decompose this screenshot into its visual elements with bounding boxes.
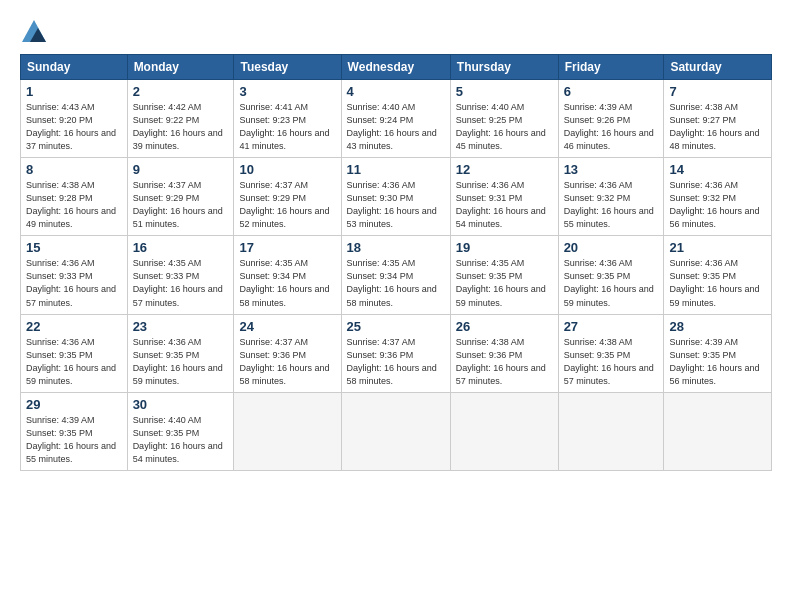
calendar-header-wednesday: Wednesday bbox=[341, 55, 450, 80]
day-info: Sunrise: 4:40 AMSunset: 9:24 PMDaylight:… bbox=[347, 101, 445, 153]
calendar-week-row: 1Sunrise: 4:43 AMSunset: 9:20 PMDaylight… bbox=[21, 80, 772, 158]
calendar-cell: 17Sunrise: 4:35 AMSunset: 9:34 PMDayligh… bbox=[234, 236, 341, 314]
calendar-cell: 11Sunrise: 4:36 AMSunset: 9:30 PMDayligh… bbox=[341, 158, 450, 236]
day-info: Sunrise: 4:38 AMSunset: 9:27 PMDaylight:… bbox=[669, 101, 766, 153]
calendar-cell: 25Sunrise: 4:37 AMSunset: 9:36 PMDayligh… bbox=[341, 314, 450, 392]
calendar-week-row: 15Sunrise: 4:36 AMSunset: 9:33 PMDayligh… bbox=[21, 236, 772, 314]
calendar-cell: 24Sunrise: 4:37 AMSunset: 9:36 PMDayligh… bbox=[234, 314, 341, 392]
calendar-cell: 27Sunrise: 4:38 AMSunset: 9:35 PMDayligh… bbox=[558, 314, 664, 392]
calendar-cell: 10Sunrise: 4:37 AMSunset: 9:29 PMDayligh… bbox=[234, 158, 341, 236]
day-info: Sunrise: 4:36 AMSunset: 9:35 PMDaylight:… bbox=[669, 257, 766, 309]
day-info: Sunrise: 4:36 AMSunset: 9:30 PMDaylight:… bbox=[347, 179, 445, 231]
day-info: Sunrise: 4:36 AMSunset: 9:32 PMDaylight:… bbox=[564, 179, 659, 231]
day-info: Sunrise: 4:36 AMSunset: 9:35 PMDaylight:… bbox=[564, 257, 659, 309]
day-number: 17 bbox=[239, 240, 335, 255]
day-number: 27 bbox=[564, 319, 659, 334]
day-info: Sunrise: 4:35 AMSunset: 9:33 PMDaylight:… bbox=[133, 257, 229, 309]
day-info: Sunrise: 4:38 AMSunset: 9:36 PMDaylight:… bbox=[456, 336, 553, 388]
calendar-cell: 8Sunrise: 4:38 AMSunset: 9:28 PMDaylight… bbox=[21, 158, 128, 236]
day-number: 14 bbox=[669, 162, 766, 177]
calendar-header-friday: Friday bbox=[558, 55, 664, 80]
calendar-cell: 13Sunrise: 4:36 AMSunset: 9:32 PMDayligh… bbox=[558, 158, 664, 236]
day-info: Sunrise: 4:39 AMSunset: 9:35 PMDaylight:… bbox=[669, 336, 766, 388]
calendar-cell: 29Sunrise: 4:39 AMSunset: 9:35 PMDayligh… bbox=[21, 392, 128, 470]
day-info: Sunrise: 4:36 AMSunset: 9:31 PMDaylight:… bbox=[456, 179, 553, 231]
day-info: Sunrise: 4:35 AMSunset: 9:34 PMDaylight:… bbox=[239, 257, 335, 309]
day-info: Sunrise: 4:35 AMSunset: 9:35 PMDaylight:… bbox=[456, 257, 553, 309]
day-info: Sunrise: 4:39 AMSunset: 9:26 PMDaylight:… bbox=[564, 101, 659, 153]
day-number: 23 bbox=[133, 319, 229, 334]
calendar-table: SundayMondayTuesdayWednesdayThursdayFrid… bbox=[20, 54, 772, 471]
day-number: 6 bbox=[564, 84, 659, 99]
calendar-header-monday: Monday bbox=[127, 55, 234, 80]
calendar-cell: 23Sunrise: 4:36 AMSunset: 9:35 PMDayligh… bbox=[127, 314, 234, 392]
day-number: 9 bbox=[133, 162, 229, 177]
day-info: Sunrise: 4:37 AMSunset: 9:29 PMDaylight:… bbox=[239, 179, 335, 231]
day-number: 24 bbox=[239, 319, 335, 334]
calendar-cell: 2Sunrise: 4:42 AMSunset: 9:22 PMDaylight… bbox=[127, 80, 234, 158]
day-info: Sunrise: 4:37 AMSunset: 9:36 PMDaylight:… bbox=[239, 336, 335, 388]
calendar-cell: 7Sunrise: 4:38 AMSunset: 9:27 PMDaylight… bbox=[664, 80, 772, 158]
day-info: Sunrise: 4:36 AMSunset: 9:32 PMDaylight:… bbox=[669, 179, 766, 231]
day-info: Sunrise: 4:35 AMSunset: 9:34 PMDaylight:… bbox=[347, 257, 445, 309]
day-number: 25 bbox=[347, 319, 445, 334]
logo-icon bbox=[20, 18, 48, 46]
calendar-week-row: 8Sunrise: 4:38 AMSunset: 9:28 PMDaylight… bbox=[21, 158, 772, 236]
day-number: 2 bbox=[133, 84, 229, 99]
day-number: 22 bbox=[26, 319, 122, 334]
calendar-cell: 4Sunrise: 4:40 AMSunset: 9:24 PMDaylight… bbox=[341, 80, 450, 158]
calendar-cell: 3Sunrise: 4:41 AMSunset: 9:23 PMDaylight… bbox=[234, 80, 341, 158]
day-info: Sunrise: 4:39 AMSunset: 9:35 PMDaylight:… bbox=[26, 414, 122, 466]
calendar-cell bbox=[664, 392, 772, 470]
calendar-week-row: 29Sunrise: 4:39 AMSunset: 9:35 PMDayligh… bbox=[21, 392, 772, 470]
calendar-cell: 26Sunrise: 4:38 AMSunset: 9:36 PMDayligh… bbox=[450, 314, 558, 392]
calendar-cell: 12Sunrise: 4:36 AMSunset: 9:31 PMDayligh… bbox=[450, 158, 558, 236]
day-info: Sunrise: 4:36 AMSunset: 9:35 PMDaylight:… bbox=[26, 336, 122, 388]
day-number: 8 bbox=[26, 162, 122, 177]
day-number: 15 bbox=[26, 240, 122, 255]
day-number: 29 bbox=[26, 397, 122, 412]
calendar-cell: 5Sunrise: 4:40 AMSunset: 9:25 PMDaylight… bbox=[450, 80, 558, 158]
day-info: Sunrise: 4:40 AMSunset: 9:35 PMDaylight:… bbox=[133, 414, 229, 466]
day-number: 26 bbox=[456, 319, 553, 334]
day-info: Sunrise: 4:37 AMSunset: 9:36 PMDaylight:… bbox=[347, 336, 445, 388]
calendar-header-thursday: Thursday bbox=[450, 55, 558, 80]
day-info: Sunrise: 4:37 AMSunset: 9:29 PMDaylight:… bbox=[133, 179, 229, 231]
day-number: 28 bbox=[669, 319, 766, 334]
calendar-cell: 20Sunrise: 4:36 AMSunset: 9:35 PMDayligh… bbox=[558, 236, 664, 314]
day-number: 7 bbox=[669, 84, 766, 99]
day-info: Sunrise: 4:38 AMSunset: 9:35 PMDaylight:… bbox=[564, 336, 659, 388]
day-info: Sunrise: 4:36 AMSunset: 9:35 PMDaylight:… bbox=[133, 336, 229, 388]
day-number: 3 bbox=[239, 84, 335, 99]
calendar-cell: 1Sunrise: 4:43 AMSunset: 9:20 PMDaylight… bbox=[21, 80, 128, 158]
calendar-cell: 14Sunrise: 4:36 AMSunset: 9:32 PMDayligh… bbox=[664, 158, 772, 236]
day-number: 1 bbox=[26, 84, 122, 99]
calendar-week-row: 22Sunrise: 4:36 AMSunset: 9:35 PMDayligh… bbox=[21, 314, 772, 392]
day-info: Sunrise: 4:40 AMSunset: 9:25 PMDaylight:… bbox=[456, 101, 553, 153]
calendar-cell: 30Sunrise: 4:40 AMSunset: 9:35 PMDayligh… bbox=[127, 392, 234, 470]
calendar-header-tuesday: Tuesday bbox=[234, 55, 341, 80]
day-info: Sunrise: 4:38 AMSunset: 9:28 PMDaylight:… bbox=[26, 179, 122, 231]
calendar-cell: 21Sunrise: 4:36 AMSunset: 9:35 PMDayligh… bbox=[664, 236, 772, 314]
day-number: 20 bbox=[564, 240, 659, 255]
calendar-cell: 9Sunrise: 4:37 AMSunset: 9:29 PMDaylight… bbox=[127, 158, 234, 236]
day-info: Sunrise: 4:36 AMSunset: 9:33 PMDaylight:… bbox=[26, 257, 122, 309]
logo bbox=[20, 18, 50, 46]
day-number: 19 bbox=[456, 240, 553, 255]
calendar-cell: 15Sunrise: 4:36 AMSunset: 9:33 PMDayligh… bbox=[21, 236, 128, 314]
day-number: 4 bbox=[347, 84, 445, 99]
calendar-cell bbox=[450, 392, 558, 470]
day-info: Sunrise: 4:41 AMSunset: 9:23 PMDaylight:… bbox=[239, 101, 335, 153]
calendar-cell: 16Sunrise: 4:35 AMSunset: 9:33 PMDayligh… bbox=[127, 236, 234, 314]
day-number: 12 bbox=[456, 162, 553, 177]
day-number: 10 bbox=[239, 162, 335, 177]
calendar-cell bbox=[341, 392, 450, 470]
calendar-cell bbox=[558, 392, 664, 470]
day-info: Sunrise: 4:42 AMSunset: 9:22 PMDaylight:… bbox=[133, 101, 229, 153]
calendar-cell: 18Sunrise: 4:35 AMSunset: 9:34 PMDayligh… bbox=[341, 236, 450, 314]
day-number: 11 bbox=[347, 162, 445, 177]
day-number: 16 bbox=[133, 240, 229, 255]
day-number: 21 bbox=[669, 240, 766, 255]
day-number: 13 bbox=[564, 162, 659, 177]
calendar-cell: 19Sunrise: 4:35 AMSunset: 9:35 PMDayligh… bbox=[450, 236, 558, 314]
